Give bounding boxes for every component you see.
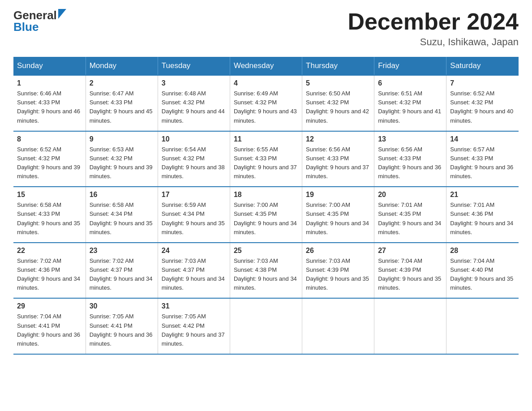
calendar-day-cell: 4 Sunrise: 6:49 AM Sunset: 4:32 PM Dayli… <box>230 75 302 131</box>
day-info: Sunrise: 7:05 AM Sunset: 4:41 PM Dayligh… <box>90 312 154 348</box>
calendar-day-cell: 23 Sunrise: 7:02 AM Sunset: 4:37 PM Dayl… <box>86 243 158 299</box>
day-info: Sunrise: 6:56 AM Sunset: 4:33 PM Dayligh… <box>306 145 370 181</box>
day-number: 31 <box>162 302 226 310</box>
day-info: Sunrise: 7:02 AM Sunset: 4:36 PM Dayligh… <box>17 257 82 293</box>
calendar-day-cell: 15 Sunrise: 6:58 AM Sunset: 4:33 PM Dayl… <box>13 187 86 243</box>
day-info: Sunrise: 6:52 AM Sunset: 4:32 PM Dayligh… <box>17 145 82 181</box>
calendar-day-cell: 30 Sunrise: 7:05 AM Sunset: 4:41 PM Dayl… <box>86 298 158 354</box>
day-info: Sunrise: 6:49 AM Sunset: 4:32 PM Dayligh… <box>234 89 298 125</box>
calendar-body: 1 Sunrise: 6:46 AM Sunset: 4:33 PM Dayli… <box>13 75 519 354</box>
title-section: December 2024 Suzu, Ishikawa, Japan <box>348 9 519 48</box>
day-info: Sunrise: 7:03 AM Sunset: 4:39 PM Dayligh… <box>306 257 370 293</box>
day-number: 24 <box>162 247 226 255</box>
calendar-day-cell: 24 Sunrise: 7:03 AM Sunset: 4:37 PM Dayl… <box>158 243 230 299</box>
day-info: Sunrise: 7:00 AM Sunset: 4:35 PM Dayligh… <box>306 201 370 237</box>
calendar-day-cell <box>374 298 446 354</box>
calendar-day-cell: 22 Sunrise: 7:02 AM Sunset: 4:36 PM Dayl… <box>13 243 86 299</box>
day-number: 15 <box>17 191 82 199</box>
calendar-day-cell: 26 Sunrise: 7:03 AM Sunset: 4:39 PM Dayl… <box>302 243 374 299</box>
day-number: 4 <box>234 79 298 87</box>
day-number: 3 <box>162 79 226 87</box>
calendar-day-cell: 29 Sunrise: 7:04 AM Sunset: 4:41 PM Dayl… <box>13 298 86 354</box>
day-number: 21 <box>450 191 515 199</box>
day-info: Sunrise: 7:01 AM Sunset: 4:36 PM Dayligh… <box>450 201 515 237</box>
day-info: Sunrise: 7:03 AM Sunset: 4:37 PM Dayligh… <box>162 257 226 293</box>
day-number: 5 <box>306 79 370 87</box>
logo-text-blue: Blue <box>13 20 66 34</box>
day-number: 30 <box>90 302 154 310</box>
day-info: Sunrise: 7:02 AM Sunset: 4:37 PM Dayligh… <box>90 257 154 293</box>
day-info: Sunrise: 7:03 AM Sunset: 4:38 PM Dayligh… <box>234 257 298 293</box>
day-number: 20 <box>378 191 442 199</box>
calendar-day-cell: 8 Sunrise: 6:52 AM Sunset: 4:32 PM Dayli… <box>13 131 86 187</box>
day-info: Sunrise: 6:53 AM Sunset: 4:32 PM Dayligh… <box>90 145 154 181</box>
calendar-week-row: 29 Sunrise: 7:04 AM Sunset: 4:41 PM Dayl… <box>13 298 519 354</box>
calendar-day-cell: 11 Sunrise: 6:55 AM Sunset: 4:33 PM Dayl… <box>230 131 302 187</box>
day-number: 11 <box>234 135 298 143</box>
day-info: Sunrise: 6:50 AM Sunset: 4:32 PM Dayligh… <box>306 89 370 125</box>
calendar-header: SundayMondayTuesdayWednesdayThursdayFrid… <box>13 57 519 75</box>
calendar-day-cell: 6 Sunrise: 6:51 AM Sunset: 4:32 PM Dayli… <box>374 75 446 131</box>
calendar-day-cell: 14 Sunrise: 6:57 AM Sunset: 4:33 PM Dayl… <box>446 131 519 187</box>
day-number: 25 <box>234 247 298 255</box>
calendar-day-cell: 10 Sunrise: 6:54 AM Sunset: 4:32 PM Dayl… <box>158 131 230 187</box>
calendar-day-cell: 9 Sunrise: 6:53 AM Sunset: 4:32 PM Dayli… <box>86 131 158 187</box>
calendar-week-row: 22 Sunrise: 7:02 AM Sunset: 4:36 PM Dayl… <box>13 243 519 299</box>
day-info: Sunrise: 6:58 AM Sunset: 4:34 PM Dayligh… <box>90 201 154 237</box>
day-info: Sunrise: 6:58 AM Sunset: 4:33 PM Dayligh… <box>17 201 82 237</box>
day-number: 1 <box>17 79 82 87</box>
calendar-day-cell <box>302 298 374 354</box>
calendar-day-cell: 13 Sunrise: 6:56 AM Sunset: 4:33 PM Dayl… <box>374 131 446 187</box>
day-info: Sunrise: 6:56 AM Sunset: 4:33 PM Dayligh… <box>378 145 442 181</box>
day-number: 13 <box>378 135 442 143</box>
day-info: Sunrise: 6:52 AM Sunset: 4:32 PM Dayligh… <box>450 89 515 125</box>
day-number: 6 <box>378 79 442 87</box>
day-number: 19 <box>306 191 370 199</box>
day-info: Sunrise: 6:54 AM Sunset: 4:32 PM Dayligh… <box>162 145 226 181</box>
calendar-day-cell: 25 Sunrise: 7:03 AM Sunset: 4:38 PM Dayl… <box>230 243 302 299</box>
day-number: 17 <box>162 191 226 199</box>
day-of-week-header: Saturday <box>446 57 519 75</box>
calendar-day-cell: 17 Sunrise: 6:59 AM Sunset: 4:34 PM Dayl… <box>158 187 230 243</box>
location-subtitle: Suzu, Ishikawa, Japan <box>348 36 519 48</box>
calendar-day-cell: 28 Sunrise: 7:04 AM Sunset: 4:40 PM Dayl… <box>446 243 519 299</box>
day-info: Sunrise: 7:01 AM Sunset: 4:35 PM Dayligh… <box>378 201 442 237</box>
day-info: Sunrise: 7:04 AM Sunset: 4:39 PM Dayligh… <box>378 257 442 293</box>
day-of-week-header: Sunday <box>13 57 86 75</box>
day-info: Sunrise: 6:55 AM Sunset: 4:33 PM Dayligh… <box>234 145 298 181</box>
calendar-day-cell: 20 Sunrise: 7:01 AM Sunset: 4:35 PM Dayl… <box>374 187 446 243</box>
calendar-day-cell: 1 Sunrise: 6:46 AM Sunset: 4:33 PM Dayli… <box>13 75 86 131</box>
calendar-day-cell: 18 Sunrise: 7:00 AM Sunset: 4:35 PM Dayl… <box>230 187 302 243</box>
day-number: 29 <box>17 302 82 310</box>
calendar-day-cell: 27 Sunrise: 7:04 AM Sunset: 4:39 PM Dayl… <box>374 243 446 299</box>
day-number: 14 <box>450 135 515 143</box>
day-of-week-header: Thursday <box>302 57 374 75</box>
day-number: 2 <box>90 79 154 87</box>
day-number: 10 <box>162 135 226 143</box>
day-of-week-header: Friday <box>374 57 446 75</box>
day-of-week-header: Wednesday <box>230 57 302 75</box>
day-number: 23 <box>90 247 154 255</box>
logo: General Blue <box>13 9 66 34</box>
calendar-week-row: 8 Sunrise: 6:52 AM Sunset: 4:32 PM Dayli… <box>13 131 519 187</box>
day-info: Sunrise: 7:05 AM Sunset: 4:42 PM Dayligh… <box>162 312 226 348</box>
day-number: 28 <box>450 247 515 255</box>
page-header: General Blue December 2024 Suzu, Ishikaw… <box>13 9 519 48</box>
day-info: Sunrise: 7:00 AM Sunset: 4:35 PM Dayligh… <box>234 201 298 237</box>
day-info: Sunrise: 6:47 AM Sunset: 4:33 PM Dayligh… <box>90 89 154 125</box>
calendar-day-cell: 21 Sunrise: 7:01 AM Sunset: 4:36 PM Dayl… <box>446 187 519 243</box>
day-info: Sunrise: 6:46 AM Sunset: 4:33 PM Dayligh… <box>17 89 82 125</box>
day-number: 12 <box>306 135 370 143</box>
calendar-day-cell: 7 Sunrise: 6:52 AM Sunset: 4:32 PM Dayli… <box>446 75 519 131</box>
day-info: Sunrise: 7:04 AM Sunset: 4:40 PM Dayligh… <box>450 257 515 293</box>
day-number: 18 <box>234 191 298 199</box>
days-of-week-row: SundayMondayTuesdayWednesdayThursdayFrid… <box>13 57 519 75</box>
day-info: Sunrise: 6:51 AM Sunset: 4:32 PM Dayligh… <box>378 89 442 125</box>
day-number: 16 <box>90 191 154 199</box>
day-of-week-header: Tuesday <box>158 57 230 75</box>
calendar-day-cell: 31 Sunrise: 7:05 AM Sunset: 4:42 PM Dayl… <box>158 298 230 354</box>
calendar-day-cell <box>446 298 519 354</box>
calendar-week-row: 1 Sunrise: 6:46 AM Sunset: 4:33 PM Dayli… <box>13 75 519 131</box>
day-number: 7 <box>450 79 515 87</box>
day-info: Sunrise: 6:48 AM Sunset: 4:32 PM Dayligh… <box>162 89 226 125</box>
